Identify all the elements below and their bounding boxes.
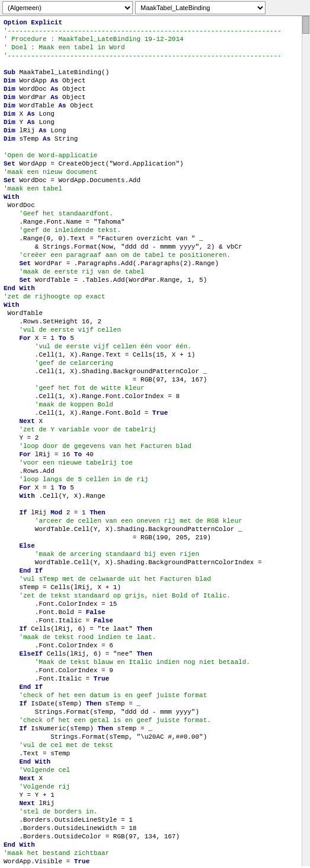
code-line: & Strings.Format(Now, "ddd dd - mmmm yyy… <box>4 243 297 251</box>
code-line: .Font.ColorIndex = 6 <box>4 641 297 650</box>
code-line: .Font.Bold = False <box>4 608 297 616</box>
code-line: ' Procedure : MaakTabel_LateBinding 19-1… <box>4 35 297 43</box>
code-line: 'maak een nieuw document <box>4 168 297 176</box>
code-line: Dim lRij As Long <box>4 126 297 135</box>
code-line: 'vul de eerste vijf cellen één voor één. <box>4 342 297 351</box>
code-line: '---------------------------------------… <box>4 27 297 35</box>
code-line: .Borders.OutsideLineStyle = 1 <box>4 816 297 824</box>
code-line: 'Volgende rij <box>4 783 297 791</box>
code-line: Next X <box>4 417 297 425</box>
code-line: With <box>4 301 297 309</box>
code-line: .Font.ColorIndex = 9 <box>4 666 297 675</box>
code-line: 'maak een tabel <box>4 185 297 193</box>
code-line: 'geef het fot de witte kleur <box>4 384 297 392</box>
code-line: 'Volgende cel <box>4 766 297 774</box>
code-line: Option Explicit <box>4 18 297 27</box>
code-line <box>4 500 297 508</box>
code-content: Option Explicit'------------------------… <box>4 18 306 866</box>
code-line: = RGB(97, 134, 167) <box>4 376 297 384</box>
code-line: End With <box>4 284 297 292</box>
code-line: End With <box>4 841 297 849</box>
code-line: Dim WordTable As Object <box>4 101 297 110</box>
code-line: 'Maak de tekst blauw en Italic indien no… <box>4 658 297 666</box>
code-line: .Cell(1, X).Shading.BackgroundPatternCol… <box>4 367 297 376</box>
code-line: 'reset de Object variabelen <box>4 866 297 866</box>
code-line: End If <box>4 567 297 575</box>
code-line: Dim WordPar As Object <box>4 93 297 101</box>
code-line: 'creëer een paragraaf aan om de tabel te… <box>4 251 297 259</box>
code-line: ' Doel : Maak een tabel in Word <box>4 43 297 52</box>
code-line: With .Cell(Y, X).Range <box>4 492 297 500</box>
code-line: '---------------------------------------… <box>4 52 297 60</box>
code-line: For X = 1 To 5 <box>4 484 297 492</box>
code-line: 'geef de inleidende tekst. <box>4 226 297 234</box>
code-line: .Range(0, 0).Text = "Facturen overzicht … <box>4 234 297 243</box>
code-line: Next lRij <box>4 799 297 807</box>
code-line: 'loop door de gegevens van het Facturen … <box>4 442 297 450</box>
code-line: For X = 1 To 5 <box>4 334 297 342</box>
code-line: .Font.Italic = True <box>4 675 297 683</box>
code-line: 'vul de cel met de tekst <box>4 741 297 749</box>
code-line: 'loop langs de 5 cellen in de rij <box>4 475 297 484</box>
code-line: .Borders.OutsideColor = RGB(97, 134, 167… <box>4 832 297 841</box>
code-line: Else <box>4 542 297 550</box>
code-line: = RGB(190, 205, 219) <box>4 533 297 542</box>
code-line: 'stel de borders in. <box>4 807 297 816</box>
code-line: WordTable.Cell(Y, X).Shading.BackgroundP… <box>4 558 297 567</box>
code-line: 'arceer de cellen van een oneven rij met… <box>4 517 297 525</box>
code-line: Dim WordApp As Object <box>4 77 297 85</box>
code-line: sTemp = Cells(lRij, X + 1) <box>4 583 297 592</box>
code-line: WordTable <box>4 309 297 317</box>
code-line: If Cells(lRij, 6) = "te laat" Then <box>4 625 297 633</box>
code-line <box>4 143 297 151</box>
code-line: Strings.Format(sTemp, "ddd dd - mmm yyyy… <box>4 708 297 716</box>
code-line: WordTable.Cell(Y, X).Shading.BackgroundP… <box>4 525 297 533</box>
code-line: 'maak de koppen Bold <box>4 400 297 409</box>
code-line: .Range.Font.Name = "Tahoma" <box>4 218 297 226</box>
scrollbar[interactable] <box>302 16 310 866</box>
code-line: 'geef de celarcering <box>4 359 297 367</box>
code-line: For lRij = 16 To 40 <box>4 450 297 459</box>
code-line: Y = Y + 1 <box>4 791 297 799</box>
code-line: ElseIf Cells(lRij, 6) = "nee" Then <box>4 650 297 658</box>
code-line: Strings.Format(sTemp, "\u20AC #,##0.00") <box>4 733 297 741</box>
code-line: .Borders.OutsideLineWidth = 18 <box>4 824 297 832</box>
code-line: Set WordDoc = WordApp.Documents.Add <box>4 176 297 185</box>
code-line: Dim X As Long <box>4 110 297 118</box>
code-line: 'vul de eerste vijf cellen <box>4 326 297 334</box>
code-line: .Text = sTemp <box>4 749 297 758</box>
code-line: Next X <box>4 774 297 783</box>
code-line: Dim WordDoc As Object <box>4 85 297 93</box>
code-line: 'maak de eerste rij van de tabel <box>4 268 297 276</box>
code-line: WordDoc <box>4 201 297 209</box>
code-line: .Rows.SetHeight 16, 2 <box>4 317 297 326</box>
code-line: Y = 2 <box>4 434 297 442</box>
code-line: WordApp.Visible = True <box>4 857 297 866</box>
toolbar: (Algemeen) MaakTabel_LateBinding <box>0 0 310 16</box>
select-algemeen[interactable]: (Algemeen) <box>2 1 133 14</box>
code-line: 'Open de Word-applicatie <box>4 151 297 160</box>
code-line: With <box>4 193 297 201</box>
code-line: 'zet de rijhoogte op exact <box>4 292 297 301</box>
code-line: .Cell(1, X).Range.Font.ColorIndex = 8 <box>4 392 297 400</box>
code-line: 'check of het een datum is en geef juist… <box>4 691 297 700</box>
code-line: .Font.ColorIndex = 15 <box>4 600 297 608</box>
code-line: 'Geef het standaardfont. <box>4 209 297 218</box>
scrollbar-thumb[interactable] <box>302 16 309 34</box>
code-line: 'maak de arcering standaard bij even rij… <box>4 550 297 558</box>
code-line: .Cell(1, X).Range.Font.Bold = True <box>4 409 297 417</box>
code-line: .Font.Italic = False <box>4 616 297 625</box>
code-line: Dim Y As Long <box>4 118 297 126</box>
code-line: 'zet de tekst standaard op grijs, niet B… <box>4 592 297 600</box>
code-line <box>4 60 297 68</box>
code-line: 'maak de tekst rood indien te laat. <box>4 633 297 641</box>
code-line: 'zet de Y variable voor de tabelrij <box>4 425 297 434</box>
code-line: If IsDate(sTemp) Then sTemp = _ <box>4 700 297 708</box>
code-line: 'voor een nieuwe tabelrij toe <box>4 459 297 467</box>
code-area: Option Explicit'------------------------… <box>0 16 310 866</box>
select-procedure[interactable]: MaakTabel_LateBinding <box>135 1 266 14</box>
code-line: Set WordPar = .Paragraphs.Add(.Paragraph… <box>4 259 297 268</box>
code-line: 'maak het bestand zichtbaar <box>4 849 297 857</box>
code-line: Set WordApp = CreateObject("Word.Applica… <box>4 160 297 168</box>
code-line: End If <box>4 683 297 691</box>
